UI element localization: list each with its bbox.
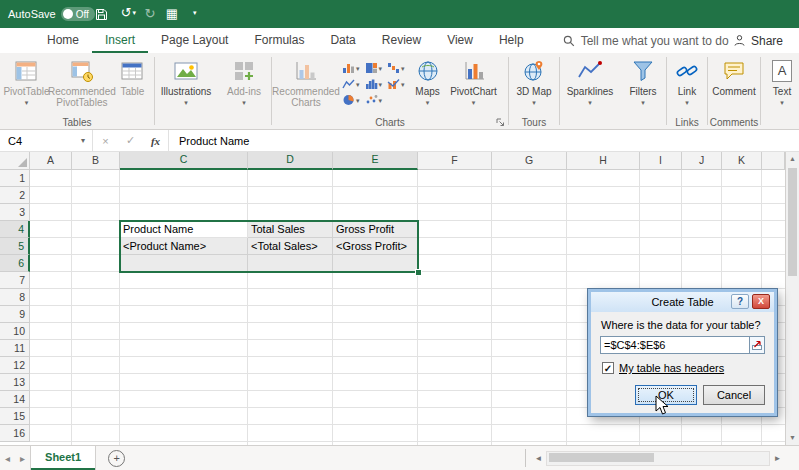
addins-button[interactable]: Add-ins ▾ bbox=[219, 55, 269, 106]
scroll-down-button[interactable]: ▼ bbox=[786, 431, 799, 445]
tell-me-search[interactable]: Tell me what you want to do bbox=[563, 28, 729, 53]
customize-quick-access-button[interactable]: ▾ bbox=[183, 0, 205, 29]
dialog-close-button[interactable]: X bbox=[752, 294, 770, 309]
insert-line-chart-button[interactable]: ▾ bbox=[341, 77, 361, 91]
sheet-nav-left-icon[interactable]: ◂ bbox=[0, 453, 15, 464]
row-header-10[interactable]: 10 bbox=[0, 323, 30, 340]
insert-column-chart-button[interactable]: ▾ bbox=[341, 61, 361, 75]
autosave-toggle[interactable]: AutoSave Off bbox=[8, 7, 95, 21]
row-header-5[interactable]: 5 bbox=[0, 238, 30, 255]
row-header-3[interactable]: 3 bbox=[0, 204, 30, 221]
column-header-A[interactable]: A bbox=[30, 152, 72, 170]
cell-E4[interactable]: Gross Profit bbox=[336, 221, 416, 238]
row-header-1[interactable]: 1 bbox=[0, 170, 30, 187]
column-header-D[interactable]: D bbox=[248, 152, 333, 170]
row-header-11[interactable]: 11 bbox=[0, 340, 30, 357]
insert-pie-chart-button[interactable]: ▾ bbox=[341, 93, 361, 107]
table-button[interactable]: Table bbox=[113, 55, 152, 97]
headers-checkbox[interactable]: ✓ bbox=[602, 362, 614, 374]
column-header-F[interactable]: F bbox=[418, 152, 492, 170]
headers-checkbox-label[interactable]: My table has headers bbox=[619, 362, 724, 374]
tab-formulas[interactable]: Formulas bbox=[241, 28, 317, 53]
name-box-caret-icon[interactable]: ▾ bbox=[74, 136, 92, 145]
link-button[interactable]: Link ▾ bbox=[669, 55, 705, 106]
cell-D5[interactable]: <Total Sales> bbox=[251, 238, 331, 255]
name-box[interactable]: C4 bbox=[0, 135, 74, 147]
pivottable-button[interactable]: PivotTable ▾ bbox=[2, 55, 51, 106]
tab-insert[interactable]: Insert bbox=[92, 28, 148, 53]
row-header-9[interactable]: 9 bbox=[0, 306, 30, 323]
vertical-scroll-thumb[interactable] bbox=[788, 168, 797, 276]
row-header-14[interactable]: 14 bbox=[0, 391, 30, 408]
cell-D4[interactable]: Total Sales bbox=[251, 221, 331, 238]
insert-waterfall-chart-button[interactable]: ▾ bbox=[386, 61, 406, 75]
row-header-16[interactable]: 16 bbox=[0, 425, 30, 442]
tab-review[interactable]: Review bbox=[369, 28, 434, 53]
tab-page-layout[interactable]: Page Layout bbox=[148, 28, 241, 53]
illustrations-button[interactable]: Illustrations ▾ bbox=[157, 55, 215, 106]
scroll-up-button[interactable]: ▲ bbox=[786, 152, 799, 166]
row-header-8[interactable]: 8 bbox=[0, 289, 30, 306]
cell-C5[interactable]: <Product Name> bbox=[123, 238, 246, 255]
dialog-help-button[interactable]: ? bbox=[731, 294, 749, 309]
confirm-entry-button[interactable]: ✓ bbox=[118, 134, 143, 147]
scroll-right-button[interactable]: ► bbox=[770, 454, 785, 463]
row-header-13[interactable]: 13 bbox=[0, 374, 30, 391]
sheet-tab-sheet1[interactable]: Sheet1 bbox=[30, 446, 96, 470]
cancel-button[interactable]: Cancel bbox=[703, 385, 765, 405]
new-sheet-button[interactable]: + bbox=[108, 450, 125, 467]
text-button[interactable]: A Text ▾ bbox=[763, 55, 799, 106]
column-header-G[interactable]: G bbox=[492, 152, 567, 170]
column-header-I[interactable]: I bbox=[640, 152, 682, 170]
row-header-7[interactable]: 7 bbox=[0, 272, 30, 289]
pivotchart-button[interactable]: PivotChart ▾ bbox=[447, 55, 501, 106]
ok-button[interactable]: OK bbox=[635, 385, 697, 405]
row-header-2[interactable]: 2 bbox=[0, 187, 30, 204]
dialog-title-bar[interactable]: Create Table ? X bbox=[591, 292, 774, 312]
column-header-E[interactable]: E bbox=[333, 152, 418, 170]
tab-data[interactable]: Data bbox=[317, 28, 368, 53]
column-header-C[interactable]: C bbox=[120, 152, 248, 170]
collapse-dialog-button[interactable] bbox=[750, 336, 765, 354]
row-header-12[interactable]: 12 bbox=[0, 357, 30, 374]
insert-scatter-chart-button[interactable]: ▾ bbox=[364, 93, 384, 107]
maps-button[interactable]: Maps ▾ bbox=[409, 55, 447, 106]
tab-view[interactable]: View bbox=[434, 28, 486, 53]
tab-help[interactable]: Help bbox=[486, 28, 537, 53]
horizontal-scroll-track[interactable] bbox=[546, 451, 770, 466]
share-button[interactable]: Share bbox=[733, 28, 783, 53]
undo-button[interactable]: ↺▾ bbox=[117, 0, 139, 29]
sheet-nav-right-icon[interactable]: ▸ bbox=[15, 453, 30, 464]
cancel-entry-button[interactable]: × bbox=[93, 135, 118, 147]
select-all-corner[interactable] bbox=[0, 152, 30, 170]
tab-home[interactable]: Home bbox=[34, 28, 92, 53]
sparklines-button[interactable]: Sparklines ▾ bbox=[562, 55, 618, 106]
horizontal-scrollbar[interactable]: ◄ ► bbox=[531, 451, 785, 466]
vertical-scrollbar[interactable]: ▲ ▼ bbox=[785, 152, 799, 445]
comment-button[interactable]: Comment bbox=[710, 55, 758, 97]
row-header-15[interactable]: 15 bbox=[0, 408, 30, 425]
3d-map-button[interactable]: 3D Map ▾ bbox=[511, 55, 557, 106]
scroll-left-button[interactable]: ◄ bbox=[531, 454, 546, 463]
save-button[interactable] bbox=[95, 8, 117, 21]
column-header-J[interactable]: J bbox=[682, 152, 722, 170]
insert-statistic-chart-button[interactable]: ▾ bbox=[364, 77, 384, 91]
column-header-K[interactable]: K bbox=[722, 152, 762, 170]
insert-combo-chart-button[interactable]: ▾ bbox=[386, 77, 406, 91]
filters-button[interactable]: Filters ▾ bbox=[622, 55, 664, 106]
cell-C4[interactable]: Product Name bbox=[123, 221, 246, 238]
recommended-pivottables-button[interactable]: Recommended PivotTables bbox=[51, 55, 113, 108]
insert-function-button[interactable]: fx bbox=[143, 135, 168, 147]
row-header-4[interactable]: 4 bbox=[0, 221, 30, 238]
table-range-input[interactable] bbox=[600, 336, 750, 354]
column-header-B[interactable]: B bbox=[72, 152, 120, 170]
horizontal-scroll-thumb[interactable] bbox=[549, 453, 654, 462]
column-header-H[interactable]: H bbox=[567, 152, 640, 170]
fill-handle[interactable] bbox=[415, 269, 422, 276]
cell-E5[interactable]: <Gross Profit> bbox=[336, 238, 416, 255]
touch-mouse-mode-button[interactable]: ▦ bbox=[161, 0, 183, 28]
recommended-charts-button[interactable]: Recommended Charts bbox=[274, 55, 338, 108]
formula-content[interactable]: Product Name bbox=[169, 135, 249, 147]
row-header-6[interactable]: 6 bbox=[0, 255, 30, 272]
autosave-pill[interactable]: Off bbox=[61, 7, 95, 21]
